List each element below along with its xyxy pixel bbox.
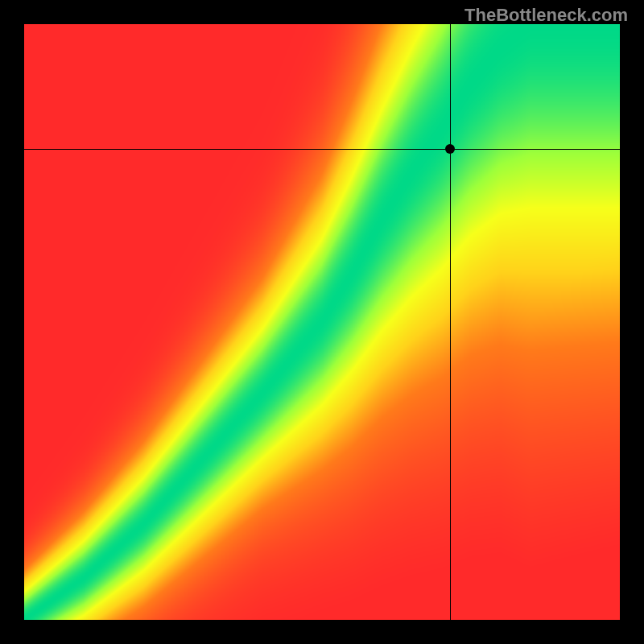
- data-point-marker: [445, 144, 455, 154]
- heatmap-plot-area: [24, 24, 620, 620]
- crosshair-vertical: [450, 24, 451, 620]
- watermark-text: TheBottleneck.com: [464, 5, 628, 26]
- chart-container: TheBottleneck.com: [0, 0, 644, 644]
- heatmap-canvas: [24, 24, 620, 620]
- crosshair-horizontal: [24, 149, 620, 150]
